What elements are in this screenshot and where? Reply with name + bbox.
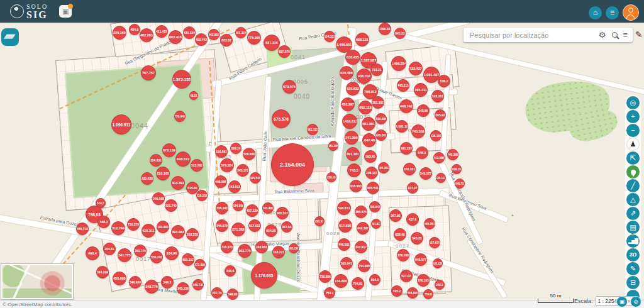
parcel-value-marker[interactable]: 605.541 [367,182,379,194]
parcel-value-marker[interactable]: 291.91 [314,216,325,226]
parcel-value-marker[interactable]: 548.929 [129,276,142,289]
parcel-value-marker[interactable]: 638.49 [394,228,406,241]
parcel-value-marker[interactable]: 272.199 [194,259,206,270]
search-icon[interactable] [612,32,618,38]
parcel-value-marker[interactable]: 365.92 [435,109,446,121]
parcel-value-marker[interactable]: 482.283 [140,28,153,42]
parcel-value-marker[interactable]: 491.115 [235,27,247,38]
parcel-value-marker[interactable]: 291.911 [371,219,381,229]
parcel-value-marker[interactable]: 341.775 [118,248,131,262]
parcel-value-marker[interactable]: 938.702 [357,69,372,84]
add-marker-button[interactable] [626,165,640,179]
parcel-value-marker[interactable]: 657.576 [278,45,291,58]
parcel-value-marker[interactable]: 767.757 [141,65,156,80]
parcel-value-marker[interactable]: 381.285 [328,141,338,151]
map-canvas[interactable]: 0044004000050041004700390036000300300029… [0,0,644,308]
parcel-value-marker[interactable]: 448.3 [97,216,110,228]
parcel-value-marker[interactable]: 548.513 [189,91,198,100]
overview-minimap[interactable] [1,264,73,299]
parcel-value-marker[interactable]: 367.98 [389,209,402,222]
globe-button[interactable]: ⊕ [630,296,641,307]
parcel-value-marker[interactable]: 733.31 [370,63,383,76]
parcel-value-marker[interactable]: 1.176.635 [251,262,277,289]
parcel-value-marker[interactable]: 745.508 [411,124,425,138]
home-button[interactable]: ⌂ [589,6,602,19]
parcel-value-marker[interactable]: 556.745 [150,251,163,263]
parcel-value-marker[interactable]: 271.368 [231,223,245,236]
parcel-value-marker[interactable]: 238.187 [365,167,378,179]
layers-button[interactable] [1,28,19,46]
print-button[interactable]: ⊟ [626,276,640,289]
parcel-value-marker[interactable]: 621.116 [264,35,280,51]
parcel-value-marker[interactable]: 402.443 [195,33,208,46]
analytics-button[interactable]: ▂▅█ [626,234,640,248]
parcel-value-marker[interactable]: 512.744 [111,221,125,235]
parcel-value-marker[interactable]: 148.737 [192,279,204,290]
parcel-value-marker[interactable]: 546.678 [216,219,228,232]
parcel-value-marker[interactable]: 743.588 [433,152,445,163]
parcel-value-marker[interactable]: 546.671 [337,201,351,215]
parcel-value-marker[interactable]: 662.118 [358,101,372,114]
parcel-value-marker[interactable]: 448.586 [214,175,227,188]
parcel-value-marker[interactable]: 354.311 [324,31,335,42]
search-input[interactable] [469,31,594,40]
parcel-value-marker[interactable]: 345.173 [236,164,249,177]
parcel-value-marker[interactable]: 365.575 [355,206,367,218]
parcel-value-marker[interactable]: 183.775 [238,244,252,258]
parcel-value-marker[interactable]: 318.221 [272,246,285,258]
parcel-value-marker[interactable]: 1.088.381 [379,23,391,35]
parcel-value-marker[interactable]: 435.121 [436,173,446,183]
parcel-value-marker[interactable]: 817.632 [248,219,261,232]
parcel-value-marker[interactable]: 403.393 [171,176,185,190]
parcel-value-marker[interactable]: 602.416 [169,30,182,44]
parcel-value-marker[interactable]: 448.581 [338,238,350,251]
parcel-value-marker[interactable]: 316.961 [215,145,228,158]
export-button[interactable]: ⇗ [626,207,640,220]
parcel-value-marker[interactable]: 376.168 [397,249,409,261]
parcel-value-marker[interactable]: 325.519 [250,172,261,184]
basemap-button[interactable]: ▣ [616,296,628,307]
parcel-value-marker[interactable]: 954.35 [265,224,277,237]
parcel-value-marker[interactable]: 620.486 [340,66,353,80]
parcel-value-marker[interactable]: 343.917 [355,241,367,253]
parcel-value-marker[interactable]: 548.93 [227,289,238,300]
parcel-value-marker[interactable]: 648.513 [175,151,191,167]
parcel-value-marker[interactable]: 739.806 [319,270,331,283]
parcel-value-marker[interactable]: 527.07 [400,270,413,282]
parcel-value-marker[interactable]: 334.968 [233,200,244,211]
parcel-value-marker[interactable]: 770.641 [174,111,186,122]
parcel-value-marker[interactable]: 817.638 [338,219,352,233]
parcel-value-marker[interactable]: 165.226 [289,243,299,253]
parcel-value-marker[interactable]: 673.575 [282,80,296,94]
parcel-value-marker[interactable]: 348.776 [145,280,158,294]
parcel-value-marker[interactable]: 232.165 [156,167,170,180]
parcel-value-marker[interactable]: 545.577 [419,167,432,180]
parcel-value-marker[interactable]: 638.197 [430,130,441,141]
parcel-value-marker[interactable]: 248.3 [435,280,445,290]
parcel-value-marker[interactable]: 888.131 [355,33,369,47]
parcel-value-marker[interactable]: 2.416.812 [342,114,357,129]
parcel-value-marker[interactable]: 346.8 [225,265,236,277]
pencil-icon[interactable]: ✎ [635,30,643,40]
parcel-value-marker[interactable]: 1.496.554 [391,56,406,71]
parcel-value-marker[interactable]: 431.104 [183,26,196,39]
street-view-button[interactable]: ♟ [626,138,640,151]
parcel-value-marker[interactable]: 411.415 [155,25,168,38]
parcel-value-marker[interactable]: 525.632 [346,82,360,96]
parcel-value-marker[interactable]: 576.354 [220,158,234,172]
parcel-value-marker[interactable]: 775.395 [247,31,261,45]
parcel-value-marker[interactable]: 725.437 [409,62,423,75]
parcel-value-marker[interactable]: 734.806 [334,274,348,288]
parcel-value-marker[interactable]: 965.577 [276,207,289,219]
parcel-value-marker[interactable]: 457.139 [246,204,258,217]
parcel-value-marker[interactable]: 452.397 [341,97,355,111]
parcel-value-marker[interactable]: 861.315 [307,124,318,135]
parcel-value-marker[interactable]: 365.941 [340,257,353,270]
parcel-value-marker[interactable]: 220.165 [113,26,126,40]
parcel-value-marker[interactable]: 425.311 [142,224,155,238]
parcel-value-marker[interactable]: 529.999 [243,148,255,160]
parcel-value-marker[interactable]: 438.836 [375,113,387,124]
parcel-value-marker[interactable]: 823.32 [220,34,233,47]
edit-document-button[interactable]: ▤ [626,221,640,234]
parcel-value-marker[interactable]: 343.915 [228,180,241,193]
